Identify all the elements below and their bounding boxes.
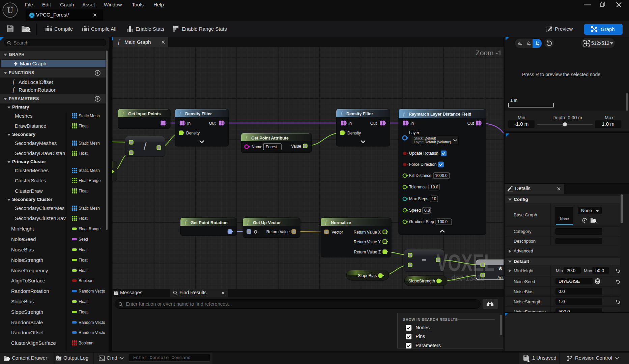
svg-text:10.0: 10.0 [430, 185, 438, 189]
svg-text:Get Up Vector: Get Up Vector [253, 220, 281, 225]
svg-text:Zoom -1: Zoom -1 [476, 49, 502, 57]
svg-text:In: In [348, 121, 352, 126]
svg-text:Name: Name [252, 145, 262, 149]
svg-text:Speed: Speed [409, 208, 421, 213]
svg-text:Raymarch Layer Distance Field: Raymarch Layer Distance Field [409, 112, 471, 117]
svg-text:Return Value X: Return Value X [354, 230, 381, 235]
svg-text:Layer: Default (Volume): Layer: Default (Volume) [414, 140, 451, 144]
svg-text:/: / [144, 141, 147, 152]
svg-text:Gradient Step: Gradient Step [409, 219, 434, 224]
svg-text:Get Point Rotation: Get Point Rotation [191, 220, 228, 225]
svg-text:0.8: 0.8 [424, 208, 430, 213]
svg-text:Return Value: Return Value [266, 230, 290, 234]
svg-text:SlopeStrength: SlopeStrength [408, 279, 435, 283]
svg-text:Get Input Points: Get Input Points [128, 112, 161, 116]
svg-text:100.0: 100.0 [437, 219, 448, 224]
svg-text:Out: Out [370, 121, 377, 126]
svg-text:Kill Distance: Kill Distance [409, 173, 431, 178]
svg-text:Density Filter: Density Filter [346, 112, 373, 116]
svg-text:*: * [498, 265, 502, 275]
svg-text:Add: Add [497, 275, 504, 280]
svg-text:Out: Out [467, 121, 474, 126]
svg-text:Vector: Vector [332, 230, 343, 235]
svg-text:Out: Out [209, 121, 216, 126]
svg-text:In: In [410, 121, 414, 126]
svg-text:Value: Value [291, 144, 301, 149]
svg-text:Normalize: Normalize [331, 220, 351, 225]
svg-text:Density: Density [186, 131, 200, 135]
svg-text:dev-13418: dev-13418 [451, 273, 485, 283]
svg-text:10: 10 [432, 196, 436, 201]
svg-text:In: In [187, 121, 191, 126]
svg-text:Force Direction: Force Direction [409, 162, 436, 167]
svg-text:Return Value Y: Return Value Y [354, 240, 381, 244]
svg-text:VOXEL: VOXEL [436, 249, 494, 276]
svg-text:Tolerance: Tolerance [409, 185, 427, 189]
svg-text:Q: Q [254, 230, 257, 234]
svg-text:Update Rotation: Update Rotation [409, 151, 438, 156]
svg-text:Return Value Z: Return Value Z [354, 250, 381, 254]
svg-text:Forest: Forest [266, 145, 278, 149]
svg-text:Max Steps: Max Steps [409, 196, 428, 201]
svg-text:Density Filter: Density Filter [185, 112, 212, 116]
svg-text:Layer: Layer [409, 130, 419, 135]
svg-text:1 m: 1 m [510, 98, 517, 103]
svg-text:SlopeBias: SlopeBias [358, 273, 377, 278]
svg-text:Get Point Attribute: Get Point Attribute [251, 136, 289, 141]
svg-text:1000.0: 1000.0 [435, 173, 448, 178]
svg-text:Density: Density [347, 131, 361, 135]
